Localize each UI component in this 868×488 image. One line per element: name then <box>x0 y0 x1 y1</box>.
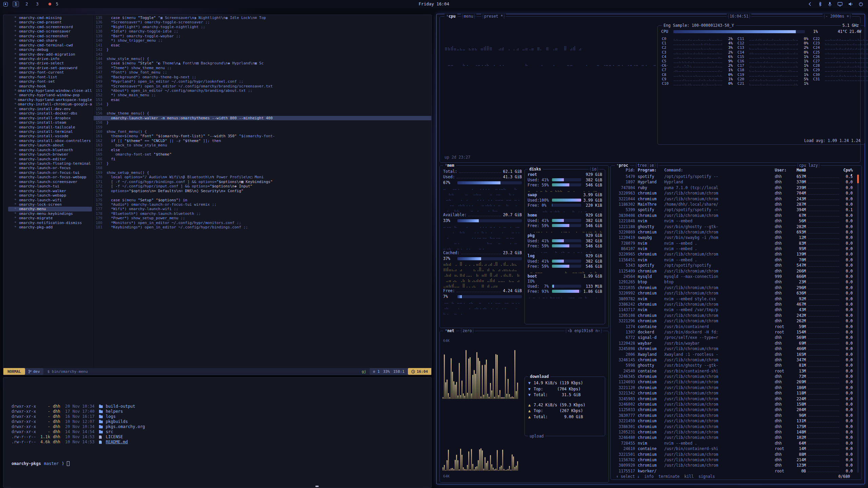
file-tree-item[interactable]: *omarchy-install-terminal <box>8 129 92 134</box>
file-tree-item[interactable]: *omarchy-drive-select <box>8 61 92 65</box>
process-row[interactable]: 3221501 chromium /usr/lib/chromium/chrom… <box>614 452 853 457</box>
process-row[interactable]: 3830777 chromium /usr/lib/chromium/chrom… <box>614 413 853 418</box>
code-line[interactable]: 142} <box>94 47 431 52</box>
process-row[interactable]: 1143717 nvim nvim --embed /var/tmp/p dhh… <box>614 307 853 312</box>
file-tree-item[interactable]: *omarchy-launch-about <box>8 143 92 147</box>
file-tree-item[interactable]: *omarchy-install-tailscale <box>8 125 92 129</box>
file-tree-item[interactable]: *omarchy-cmd-screenrecord <box>8 25 92 29</box>
file-tree-item[interactable]: *omarchy-cmd-screenshot <box>8 34 92 38</box>
file-tree-item[interactable]: *omarchy-launch-bluetooth <box>8 148 92 152</box>
file-tree-item[interactable]: *omarchy-cmd-present <box>8 20 92 24</box>
proc-sort-selector[interactable]: cpu lazy <box>796 163 821 168</box>
process-row[interactable]: 3221296 chromium /usr/lib/chromium/chrom… <box>614 318 853 324</box>
process-row[interactable]: 3221044 chromium /usr/lib/chromium/chrom… <box>614 196 853 202</box>
process-row[interactable]: 3246345 chromium /usr/lib/chromium/chrom… <box>614 374 853 379</box>
code-line[interactable]: 154} <box>94 102 431 106</box>
file-tree-item[interactable]: *omarchy-install-steam <box>8 120 92 125</box>
proc-footer-action[interactable]: signals <box>698 474 715 479</box>
display-icon[interactable] <box>837 2 843 6</box>
process-row[interactable]: 3830408 chromium /usr/lib/chromium/chrom… <box>614 213 853 218</box>
code-line[interactable]: 151 *About*) open_in_editor ~/.config/om… <box>94 88 431 93</box>
proc-tab[interactable]: tree <box>634 163 650 168</box>
process-row[interactable]: 1897 Hyprland Hyprland dhh 370M 0.0 <box>614 179 853 185</box>
file-tree-item[interactable]: *omarchy-lock-screen <box>8 202 92 207</box>
code-line[interactable]: 139 *Bar*) omarchy-toggle-waybar ;; <box>94 34 431 38</box>
proc-footer-action[interactable]: terminate <box>658 474 679 479</box>
scrollbar-thumb[interactable] <box>857 175 859 183</box>
code-line[interactable]: 161 theme=$(menu "Font" "$(omarchy-font-… <box>94 134 431 138</box>
process-row[interactable]: 24564 mysqld mysqld --max-connection 999… <box>614 274 853 279</box>
code-line[interactable]: 157 omarchy-launch-walker -m menus:omarc… <box>94 116 431 120</box>
code-line[interactable]: 168 <box>94 166 431 170</box>
process-row[interactable]: 1291265 btop btop dhh 23M 0.0 <box>614 279 853 285</box>
process-row[interactable]: 5470 spotify /opt/spotify/spotify -- dhh… <box>614 174 853 179</box>
process-row[interactable]: 5343 spotify /opt/spotify/spotify dhh 54… <box>614 263 853 268</box>
file-tree-item[interactable]: *omarchy-hyprland-workspace-toggle <box>8 98 92 102</box>
file-tree-item[interactable]: *omarchy-hyprland-window-pop <box>8 93 92 97</box>
process-row[interactable]: 1221188 ghostty /usr/bin/ghostty --gtk- … <box>614 224 853 229</box>
file-tree-item[interactable]: *omarchy-launch-webapp <box>8 193 92 198</box>
file-tree-item[interactable]: *omarchy-pkg-add <box>8 225 92 229</box>
code-line[interactable]: 160show_font_menu() { <box>94 129 431 134</box>
file-tree-item[interactable]: *omarchy-launch-or-focus-webapp <box>8 175 92 179</box>
file-tree-item[interactable]: *omarchy-dev-add-migration <box>8 52 92 57</box>
file-tree-item[interactable]: *omarchy-launch-tui <box>8 184 92 188</box>
io-tab[interactable]: io <box>589 167 599 171</box>
code-line[interactable]: 147 *Font*) show_font_menu ;; <box>94 70 431 75</box>
code-line[interactable]: 136 *Screensaver*) omarchy-toggle-screen… <box>94 20 431 24</box>
proc-footer-action[interactable]: ↑ select ↓ <box>616 474 639 479</box>
file-listing-row[interactable]: drwxr-xr-x - dhh 20 Nov 10:34 pkgs.omarc… <box>12 424 431 429</box>
process-row[interactable]: 3246002 chromium /usr/lib/chromium/chrom… <box>614 402 853 407</box>
process-row[interactable]: 3809920 chromium /usr/lib/chromium/chrom… <box>614 463 853 468</box>
process-row[interactable]: 3246480 chromium /usr/lib/chromium/chrom… <box>614 435 853 440</box>
code-line[interactable]: 163 back_to show_style_menu <box>94 143 431 147</box>
process-row[interactable]: 3221459 chromium /usr/lib/chromium/chrom… <box>614 418 853 424</box>
file-tree-item[interactable]: *omarchy-launch-or-focus <box>8 166 92 170</box>
process-row[interactable]: 1175517 kworker/ root 0B 0.0 <box>614 468 853 473</box>
power-icon[interactable] <box>859 2 863 6</box>
code-line[interactable]: 177 *Wifi*) omarchy-launch-wifi ;; <box>94 207 431 211</box>
code-line[interactable]: 181 *Keybindings*) open_in_editor ~/.con… <box>94 225 431 229</box>
code-line[interactable]: 156show_theme_menu() { <box>94 111 431 116</box>
code-line[interactable]: 167} <box>94 161 431 166</box>
file-tree-item[interactable]: *omarchy-drive-info <box>8 57 92 61</box>
code-line[interactable]: 153 esac <box>94 98 431 102</box>
code-line[interactable]: 173 options="$options\n≔ Defaults\n∷ DNS… <box>94 189 431 193</box>
process-row[interactable]: 1220419 swaybg /usr/bin/swaybg -i /hom d… <box>614 235 853 240</box>
code-line[interactable]: 179 *Power*) show_setup_power_menu ;; <box>94 216 431 220</box>
file-entry-name[interactable]: src <box>106 429 113 434</box>
process-row[interactable]: 1156782 chromium /usr/lib/chromium/chrom… <box>614 457 853 463</box>
process-row[interactable]: 3221120 chromium /usr/lib/chromium/chrom… <box>614 385 853 390</box>
file-entry-name[interactable]: build-output <box>106 404 135 409</box>
code-line[interactable]: 152 *) show_main_menu ;; <box>94 93 431 97</box>
refresh-interval-control[interactable]: - 2000ms + <box>823 14 852 19</box>
code-line[interactable]: 158} <box>94 120 431 125</box>
process-row[interactable]: 24610 containe /usr/bin/containerd-shi r… <box>614 446 853 451</box>
code-line[interactable]: 172 [ -f ~/.config/hypr/input.conf ] && … <box>94 184 431 188</box>
code-line[interactable]: 145 case $(menu "Style" "◐ Theme\n▲ Font… <box>94 61 431 65</box>
process-row[interactable]: 1125033 chromium /usr/lib/chromium/chrom… <box>614 407 853 412</box>
code-line[interactable]: 140 *) show_trigger_menu ;; <box>94 38 431 43</box>
volume-icon[interactable] <box>848 2 853 6</box>
file-tree-item[interactable]: *omarchy-install-xbox-controllers <box>8 139 92 143</box>
code-line[interactable]: 150 *Screensaver*) open_in_editor ~/.con… <box>94 84 431 88</box>
code-line[interactable]: 171 [ -f ~/.config/hypr/bindings.conf ] … <box>94 180 431 184</box>
code-line[interactable]: 176 *Audio*) omarchy-launch-or-focus-tui… <box>94 202 431 207</box>
file-tree-item[interactable]: *omarchy-font-list <box>8 75 92 79</box>
code-line[interactable]: 170 local options="♪ Audio\n≋ Wifi\nβ Bl… <box>94 175 431 179</box>
file-tree-item[interactable]: *omarchy-hook <box>8 84 92 88</box>
file-tree-item[interactable]: *omarchy-notification-dismiss <box>8 221 92 225</box>
process-row[interactable]: 1307 dockerd /usr/bin/dockerd -H fd: roo… <box>614 329 853 335</box>
shell-prompt[interactable]: omarchy-pkgs master ) <box>12 461 431 466</box>
process-row[interactable]: 3245898 chromium /usr/lib/chromium/chrom… <box>614 346 853 351</box>
file-tree-item[interactable]: *omarchy-cmd-missing <box>8 16 92 20</box>
process-row[interactable]: 5998 ghostty /usr/bin/ghostty --gtk- dhh… <box>614 363 853 368</box>
code-line[interactable]: 137 *Nightlight*) omarchy-toggle-nightli… <box>94 25 431 29</box>
process-row[interactable]: 747804 ruby puma 7.1.0 (tcp://local dhh … <box>614 185 853 190</box>
code-line[interactable]: 135 case $(menu "Toggle" "▣ Screensaver\… <box>94 16 431 20</box>
file-listing-row[interactable]: .rw-r--r-- 1.1k dhh 10 Nov 14:53 LICENSE <box>12 434 431 440</box>
process-row[interactable]: 1156451 nvim nvim --embed . dhh 70M 0.0 <box>614 257 853 263</box>
net-interface-selector[interactable]: ‹b enp191s0 n› <box>564 328 603 333</box>
code-line[interactable]: 141 esac <box>94 43 431 47</box>
process-row[interactable]: 728079 nvim nvim --embed . dhh 83M 0.0 <box>614 241 853 246</box>
